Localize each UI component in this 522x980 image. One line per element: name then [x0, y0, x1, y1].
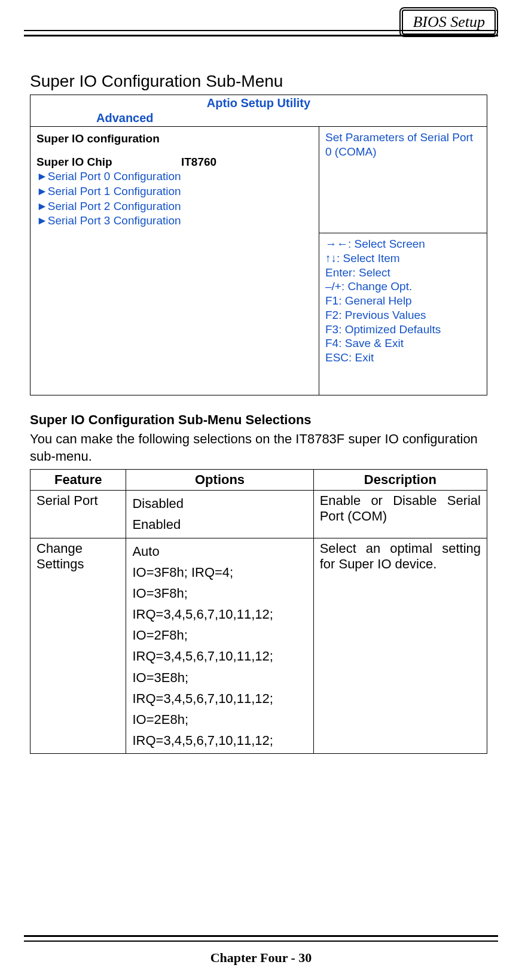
- table-header-row: Feature Options Description: [30, 470, 487, 491]
- feature-table: Feature Options Description Serial Port …: [30, 469, 487, 754]
- key-hint: F3: Optimized Defaults: [325, 322, 481, 337]
- table-row: Serial Port DisabledEnabled Enable or Di…: [30, 491, 487, 538]
- selections-heading: Super IO Configuration Sub-Menu Selectio…: [30, 412, 498, 428]
- cell-description: Select an optimal setting for Super IO d…: [313, 538, 487, 754]
- th-options: Options: [126, 470, 313, 491]
- cell-feature: Change Settings: [30, 538, 126, 754]
- th-feature: Feature: [30, 470, 126, 491]
- key-hint: F2: Previous Values: [325, 308, 481, 322]
- key-hint: F1: General Help: [325, 294, 481, 308]
- selections-intro: You can make the following selections on…: [30, 430, 487, 465]
- top-divider: [24, 30, 498, 36]
- page-title: Super IO Configuration Sub-Menu: [30, 72, 498, 91]
- bios-panel: Aptio Setup Utility Advanced Super IO co…: [30, 95, 487, 395]
- bios-left-pane: Super IO configuration Super IO Chip IT8…: [30, 127, 319, 395]
- page-footer: Chapter Four - 30: [0, 950, 522, 966]
- bios-item-serial1[interactable]: ►Serial Port 1 Configuration: [36, 184, 313, 199]
- bios-item-serial0[interactable]: ►Serial Port 0 Configuration: [36, 169, 313, 184]
- bios-active-menu[interactable]: Advanced: [30, 111, 487, 126]
- key-hint: Enter: Select: [325, 266, 481, 280]
- bios-chip-row: Super IO Chip IT8760: [36, 155, 313, 170]
- bios-item-serial3[interactable]: ►Serial Port 3 Configuration: [36, 214, 313, 229]
- key-hint: ↑↓: Select Item: [325, 251, 481, 266]
- key-hint: →←: Select Screen: [325, 237, 481, 251]
- bios-utility-title: Aptio Setup Utility: [30, 95, 487, 111]
- bios-key-hints: →←: Select Screen ↑↓: Select Item Enter:…: [319, 233, 487, 395]
- cell-feature: Serial Port: [30, 491, 126, 538]
- key-hint: –/+: Change Opt.: [325, 279, 481, 294]
- key-hint: F4: Save & Exit: [325, 336, 481, 351]
- bios-item-serial2[interactable]: ►Serial Port 2 Configuration: [36, 199, 313, 214]
- cell-options: AutoIO=3F8h; IRQ=4;IO=3F8h;IRQ=3,4,5,6,7…: [126, 538, 313, 754]
- th-description: Description: [313, 470, 487, 491]
- bios-section-title: Super IO configuration: [36, 132, 313, 147]
- bios-chip-label: Super IO Chip: [36, 156, 112, 168]
- key-hint: ESC: Exit: [325, 351, 481, 365]
- bios-help-text: Set Parameters of Serial Port 0 (COMA): [319, 127, 487, 233]
- cell-description: Enable or Disable Serial Port (COM): [313, 491, 487, 538]
- bottom-divider: [24, 935, 498, 942]
- cell-options: DisabledEnabled: [126, 491, 313, 538]
- table-row: Change Settings AutoIO=3F8h; IRQ=4;IO=3F…: [30, 538, 487, 754]
- bios-header: Aptio Setup Utility Advanced: [30, 95, 487, 127]
- bios-chip-value: IT8760: [181, 155, 216, 170]
